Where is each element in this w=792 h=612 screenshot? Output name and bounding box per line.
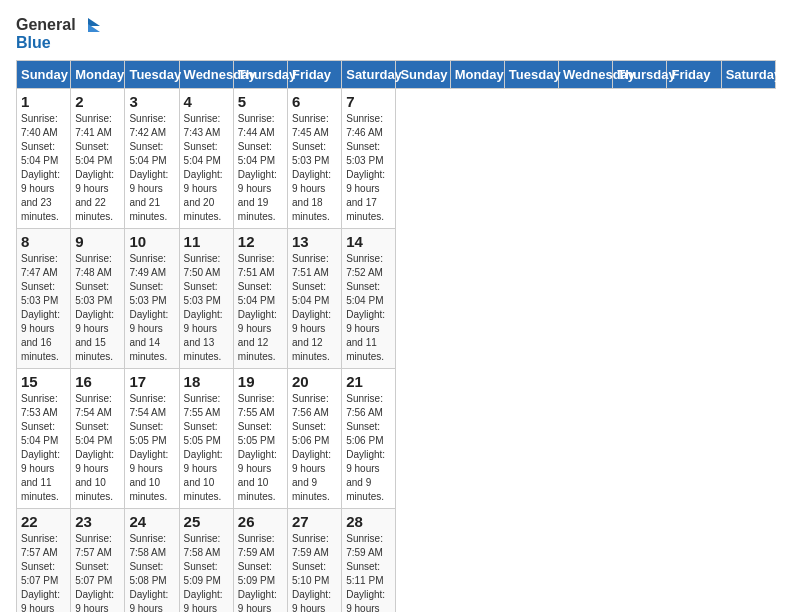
- day-number: 7: [346, 93, 391, 110]
- calendar-cell: 22 Sunrise: 7:57 AMSunset: 5:07 PMDaylig…: [17, 508, 71, 612]
- day-info: Sunrise: 7:59 AMSunset: 5:10 PMDaylight:…: [292, 533, 331, 612]
- day-number: 14: [346, 233, 391, 250]
- calendar-cell: 21 Sunrise: 7:56 AMSunset: 5:06 PMDaylig…: [342, 368, 396, 508]
- calendar-cell: 10 Sunrise: 7:49 AMSunset: 5:03 PMDaylig…: [125, 228, 179, 368]
- calendar-table: SundayMondayTuesdayWednesdayThursdayFrid…: [16, 60, 776, 612]
- day-number: 28: [346, 513, 391, 530]
- col-header-sunday: Sunday: [396, 60, 450, 88]
- calendar-cell: 9 Sunrise: 7:48 AMSunset: 5:03 PMDayligh…: [71, 228, 125, 368]
- col-header-friday: Friday: [667, 60, 721, 88]
- day-number: 9: [75, 233, 120, 250]
- calendar-cell: 23 Sunrise: 7:57 AMSunset: 5:07 PMDaylig…: [71, 508, 125, 612]
- header-tuesday: Tuesday: [125, 60, 179, 88]
- day-info: Sunrise: 7:46 AMSunset: 5:03 PMDaylight:…: [346, 113, 385, 222]
- svg-marker-0: [88, 18, 100, 26]
- day-number: 26: [238, 513, 283, 530]
- col-header-monday: Monday: [450, 60, 504, 88]
- day-info: Sunrise: 7:50 AMSunset: 5:03 PMDaylight:…: [184, 253, 223, 362]
- calendar-cell: 18 Sunrise: 7:55 AMSunset: 5:05 PMDaylig…: [179, 368, 233, 508]
- header-sunday: Sunday: [17, 60, 71, 88]
- day-info: Sunrise: 7:47 AMSunset: 5:03 PMDaylight:…: [21, 253, 60, 362]
- day-info: Sunrise: 7:52 AMSunset: 5:04 PMDaylight:…: [346, 253, 385, 362]
- day-number: 13: [292, 233, 337, 250]
- day-number: 22: [21, 513, 66, 530]
- header-saturday: Saturday: [342, 60, 396, 88]
- day-number: 27: [292, 513, 337, 530]
- calendar-cell: 14 Sunrise: 7:52 AMSunset: 5:04 PMDaylig…: [342, 228, 396, 368]
- day-info: Sunrise: 7:45 AMSunset: 5:03 PMDaylight:…: [292, 113, 331, 222]
- calendar-cell: 25 Sunrise: 7:58 AMSunset: 5:09 PMDaylig…: [179, 508, 233, 612]
- day-info: Sunrise: 7:57 AMSunset: 5:07 PMDaylight:…: [75, 533, 114, 612]
- calendar-cell: 12 Sunrise: 7:51 AMSunset: 5:04 PMDaylig…: [233, 228, 287, 368]
- logo-bird-icon: [78, 16, 100, 34]
- day-number: 3: [129, 93, 174, 110]
- calendar-cell: 26 Sunrise: 7:59 AMSunset: 5:09 PMDaylig…: [233, 508, 287, 612]
- day-number: 2: [75, 93, 120, 110]
- day-info: Sunrise: 7:58 AMSunset: 5:08 PMDaylight:…: [129, 533, 168, 612]
- day-number: 19: [238, 373, 283, 390]
- day-info: Sunrise: 7:51 AMSunset: 5:04 PMDaylight:…: [292, 253, 331, 362]
- calendar-cell: 20 Sunrise: 7:56 AMSunset: 5:06 PMDaylig…: [288, 368, 342, 508]
- day-info: Sunrise: 7:56 AMSunset: 5:06 PMDaylight:…: [292, 393, 331, 502]
- calendar-cell: 6 Sunrise: 7:45 AMSunset: 5:03 PMDayligh…: [288, 88, 342, 228]
- calendar-cell: 1 Sunrise: 7:40 AMSunset: 5:04 PMDayligh…: [17, 88, 71, 228]
- logo-blue: Blue: [16, 34, 100, 52]
- header-friday: Friday: [288, 60, 342, 88]
- day-number: 25: [184, 513, 229, 530]
- day-number: 5: [238, 93, 283, 110]
- calendar-cell: 5 Sunrise: 7:44 AMSunset: 5:04 PMDayligh…: [233, 88, 287, 228]
- day-number: 12: [238, 233, 283, 250]
- day-info: Sunrise: 7:40 AMSunset: 5:04 PMDaylight:…: [21, 113, 60, 222]
- calendar-cell: 28 Sunrise: 7:59 AMSunset: 5:11 PMDaylig…: [342, 508, 396, 612]
- calendar-cell: 7 Sunrise: 7:46 AMSunset: 5:03 PMDayligh…: [342, 88, 396, 228]
- calendar-cell: 17 Sunrise: 7:54 AMSunset: 5:05 PMDaylig…: [125, 368, 179, 508]
- calendar-cell: 15 Sunrise: 7:53 AMSunset: 5:04 PMDaylig…: [17, 368, 71, 508]
- day-info: Sunrise: 7:55 AMSunset: 5:05 PMDaylight:…: [238, 393, 277, 502]
- day-info: Sunrise: 7:51 AMSunset: 5:04 PMDaylight:…: [238, 253, 277, 362]
- header-wednesday: Wednesday: [179, 60, 233, 88]
- logo-general: General: [16, 16, 76, 34]
- day-info: Sunrise: 7:59 AMSunset: 5:09 PMDaylight:…: [238, 533, 277, 612]
- col-header-tuesday: Tuesday: [504, 60, 558, 88]
- day-info: Sunrise: 7:58 AMSunset: 5:09 PMDaylight:…: [184, 533, 223, 612]
- day-info: Sunrise: 7:44 AMSunset: 5:04 PMDaylight:…: [238, 113, 277, 222]
- calendar-week-0: 1 Sunrise: 7:40 AMSunset: 5:04 PMDayligh…: [17, 88, 776, 228]
- day-number: 18: [184, 373, 229, 390]
- day-number: 1: [21, 93, 66, 110]
- day-info: Sunrise: 7:54 AMSunset: 5:04 PMDaylight:…: [75, 393, 114, 502]
- day-info: Sunrise: 7:41 AMSunset: 5:04 PMDaylight:…: [75, 113, 114, 222]
- calendar-cell: 24 Sunrise: 7:58 AMSunset: 5:08 PMDaylig…: [125, 508, 179, 612]
- header-thursday: Thursday: [233, 60, 287, 88]
- col-header-wednesday: Wednesday: [559, 60, 613, 88]
- day-number: 24: [129, 513, 174, 530]
- day-number: 6: [292, 93, 337, 110]
- logo-container: General Blue: [16, 16, 100, 52]
- calendar-cell: 13 Sunrise: 7:51 AMSunset: 5:04 PMDaylig…: [288, 228, 342, 368]
- day-number: 8: [21, 233, 66, 250]
- day-info: Sunrise: 7:42 AMSunset: 5:04 PMDaylight:…: [129, 113, 168, 222]
- day-info: Sunrise: 7:49 AMSunset: 5:03 PMDaylight:…: [129, 253, 168, 362]
- day-info: Sunrise: 7:57 AMSunset: 5:07 PMDaylight:…: [21, 533, 60, 612]
- day-info: Sunrise: 7:56 AMSunset: 5:06 PMDaylight:…: [346, 393, 385, 502]
- day-info: Sunrise: 7:43 AMSunset: 5:04 PMDaylight:…: [184, 113, 223, 222]
- calendar-week-2: 15 Sunrise: 7:53 AMSunset: 5:04 PMDaylig…: [17, 368, 776, 508]
- logo: General Blue: [16, 16, 100, 52]
- calendar-week-1: 8 Sunrise: 7:47 AMSunset: 5:03 PMDayligh…: [17, 228, 776, 368]
- day-number: 23: [75, 513, 120, 530]
- day-info: Sunrise: 7:53 AMSunset: 5:04 PMDaylight:…: [21, 393, 60, 502]
- calendar-cell: 16 Sunrise: 7:54 AMSunset: 5:04 PMDaylig…: [71, 368, 125, 508]
- day-info: Sunrise: 7:48 AMSunset: 5:03 PMDaylight:…: [75, 253, 114, 362]
- calendar-cell: 11 Sunrise: 7:50 AMSunset: 5:03 PMDaylig…: [179, 228, 233, 368]
- calendar-week-3: 22 Sunrise: 7:57 AMSunset: 5:07 PMDaylig…: [17, 508, 776, 612]
- day-number: 15: [21, 373, 66, 390]
- calendar-header-row: SundayMondayTuesdayWednesdayThursdayFrid…: [17, 60, 776, 88]
- calendar-cell: 3 Sunrise: 7:42 AMSunset: 5:04 PMDayligh…: [125, 88, 179, 228]
- day-number: 4: [184, 93, 229, 110]
- day-info: Sunrise: 7:54 AMSunset: 5:05 PMDaylight:…: [129, 393, 168, 502]
- calendar-cell: 19 Sunrise: 7:55 AMSunset: 5:05 PMDaylig…: [233, 368, 287, 508]
- calendar-cell: 8 Sunrise: 7:47 AMSunset: 5:03 PMDayligh…: [17, 228, 71, 368]
- calendar-cell: 27 Sunrise: 7:59 AMSunset: 5:10 PMDaylig…: [288, 508, 342, 612]
- day-number: 10: [129, 233, 174, 250]
- day-number: 21: [346, 373, 391, 390]
- page-header: General Blue: [16, 16, 776, 52]
